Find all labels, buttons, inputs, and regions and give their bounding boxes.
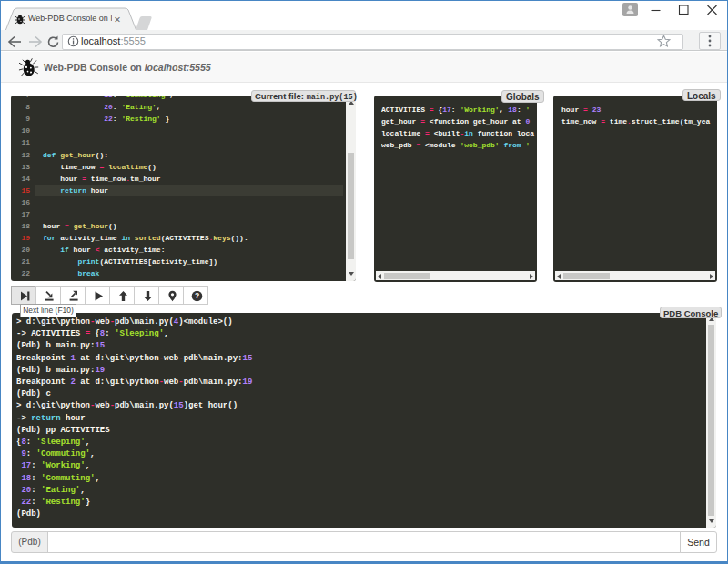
- svg-text:?: ?: [194, 291, 198, 300]
